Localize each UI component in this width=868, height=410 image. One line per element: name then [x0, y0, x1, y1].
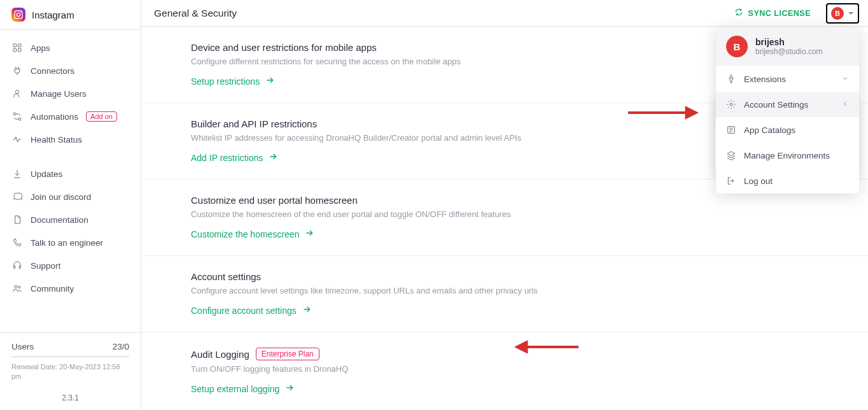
phone-icon: [11, 237, 23, 248]
download-icon: [11, 168, 23, 180]
sidebar-item-apps[interactable]: Apps: [0, 36, 141, 59]
sidebar-item-label: Community: [31, 284, 74, 293]
svg-point-7: [15, 90, 18, 94]
brand-header: Instagram: [0, 0, 141, 30]
user-dropdown-menu: B brijesh brijesh@studio.com Extensions …: [716, 27, 859, 194]
svg-point-15: [730, 103, 732, 106]
user-name: brijesh: [755, 37, 823, 47]
sidebar-item-health-status[interactable]: Health Status: [0, 128, 141, 151]
avatar-initial: B: [831, 7, 844, 20]
sidebar: Instagram Apps Connectors Manage Users A…: [0, 0, 141, 410]
action-label: Add IP restrictions: [191, 153, 263, 163]
usermenu-label: Log out: [744, 176, 773, 186]
annotation-arrow-icon: [625, 103, 701, 122]
arrow-right-icon: [265, 75, 275, 87]
grid-icon: [11, 42, 23, 53]
svg-point-2: [20, 12, 22, 13]
gear-icon: [726, 99, 736, 110]
pen-icon: [726, 74, 736, 84]
action-label: Configure account settings: [191, 306, 297, 316]
users-count: 23/0: [113, 342, 129, 351]
usermenu-item-app-catalogs[interactable]: App Catalogs: [716, 117, 859, 143]
sidebar-item-manage-users[interactable]: Manage Users: [0, 82, 141, 105]
sidebar-item-updates[interactable]: Updates: [0, 162, 141, 185]
addon-badge: Add on: [86, 111, 117, 122]
svg-point-10: [15, 285, 17, 288]
sidebar-item-documentation[interactable]: Documentation: [0, 208, 141, 231]
card-desc: Customize the homescreen of the end user…: [191, 209, 868, 219]
usermenu-item-logout[interactable]: Log out: [716, 168, 859, 194]
usermenu-item-manage-environments[interactable]: Manage Environments: [716, 143, 859, 168]
annotation-arrow-icon: [512, 337, 582, 357]
card-title: Account settings: [191, 271, 868, 282]
action-label: Setup restrictions: [191, 76, 260, 87]
card-account-settings: Account settings Configure account level…: [141, 256, 868, 332]
chevron-left-icon: [841, 100, 849, 110]
enterprise-badge: Enterprise Plan: [256, 348, 319, 360]
headset-icon: [11, 260, 23, 271]
svg-point-8: [13, 113, 16, 115]
user-avatar-button[interactable]: B: [826, 3, 859, 24]
user-avatar-icon: B: [726, 36, 748, 57]
user-email: brijesh@studio.com: [755, 47, 823, 56]
sidebar-item-label: Connectors: [31, 66, 74, 76]
svg-rect-4: [18, 44, 21, 47]
setup-external-logging-link[interactable]: Setup external logging: [191, 383, 295, 395]
sidebar-item-engineer[interactable]: Talk to an engineer: [0, 231, 141, 254]
discord-icon: [11, 191, 23, 202]
renewal-date: Renewal Date: 20-May-2023 12:58 pm: [11, 362, 129, 381]
plug-icon: [11, 65, 23, 76]
setup-restrictions-link[interactable]: Setup restrictions: [191, 75, 275, 87]
card-audit-logging: Audit Logging Enterprise Plan Turn ON/OF…: [141, 332, 868, 410]
card-desc: Turn ON/OFF logging features in DronaHQ: [191, 364, 868, 374]
automation-icon: [11, 111, 23, 122]
caret-down-icon: [848, 8, 854, 19]
catalog-icon: [726, 125, 736, 135]
arrow-right-icon: [302, 304, 312, 316]
sidebar-item-discord[interactable]: Join our discord: [0, 185, 141, 208]
user-icon: [11, 88, 23, 99]
brand-name: Instagram: [32, 10, 74, 20]
layers-icon: [726, 150, 736, 160]
arrow-right-icon: [304, 228, 314, 240]
version-label: 2.3.1: [0, 387, 141, 410]
sidebar-item-label: Automations: [31, 112, 78, 122]
add-ip-restrictions-link[interactable]: Add IP restrictions: [191, 152, 278, 164]
users-icon: [11, 283, 23, 294]
card-desc: Configure account level settings like ti…: [191, 286, 868, 295]
svg-point-1: [17, 13, 20, 16]
action-label: Setup external logging: [191, 384, 279, 394]
configure-account-settings-link[interactable]: Configure account settings: [191, 304, 312, 316]
sidebar-item-label: Manage Users: [31, 89, 87, 99]
usermenu-item-extensions[interactable]: Extensions: [716, 66, 859, 92]
doc-icon: [11, 214, 23, 225]
sync-label: SYNC LICENSE: [748, 9, 811, 18]
sidebar-item-community[interactable]: Community: [0, 277, 141, 300]
instagram-logo-icon: [11, 8, 25, 22]
sidebar-item-automations[interactable]: Automations Add on: [0, 105, 141, 128]
sync-license-button[interactable]: SYNC LICENSE: [728, 4, 817, 22]
usermenu-label: Manage Environments: [744, 151, 830, 160]
card-title: Audit Logging: [191, 349, 249, 360]
topbar: General & Security SYNC LICENSE B: [141, 0, 868, 27]
sidebar-item-connectors[interactable]: Connectors: [0, 59, 141, 82]
action-label: Customize the homescreen: [191, 229, 299, 239]
usermenu-label: Account Settings: [744, 100, 808, 110]
sidebar-item-label: Health Status: [31, 135, 82, 145]
sidebar-item-label: Updates: [31, 169, 62, 179]
sidebar-footer: Users 23/0 Renewal Date: 20-May-2023 12:…: [0, 332, 141, 387]
sidebar-item-label: Talk to an engineer: [31, 238, 103, 248]
card-title: Customize end user portal homescreen: [191, 195, 868, 206]
customize-homescreen-link[interactable]: Customize the homescreen: [191, 228, 314, 240]
svg-rect-6: [18, 48, 21, 52]
sidebar-item-support[interactable]: Support: [0, 254, 141, 277]
svg-rect-5: [13, 48, 17, 52]
chevron-down-icon: [841, 74, 849, 84]
user-menu-header: B brijesh brijesh@studio.com: [716, 27, 859, 66]
users-label: Users: [11, 342, 34, 351]
arrow-right-icon: [268, 152, 278, 164]
usermenu-item-account-settings[interactable]: Account Settings: [716, 92, 859, 117]
refresh-icon: [734, 8, 743, 18]
page-title: General & Security: [154, 8, 237, 19]
svg-point-9: [18, 118, 21, 120]
